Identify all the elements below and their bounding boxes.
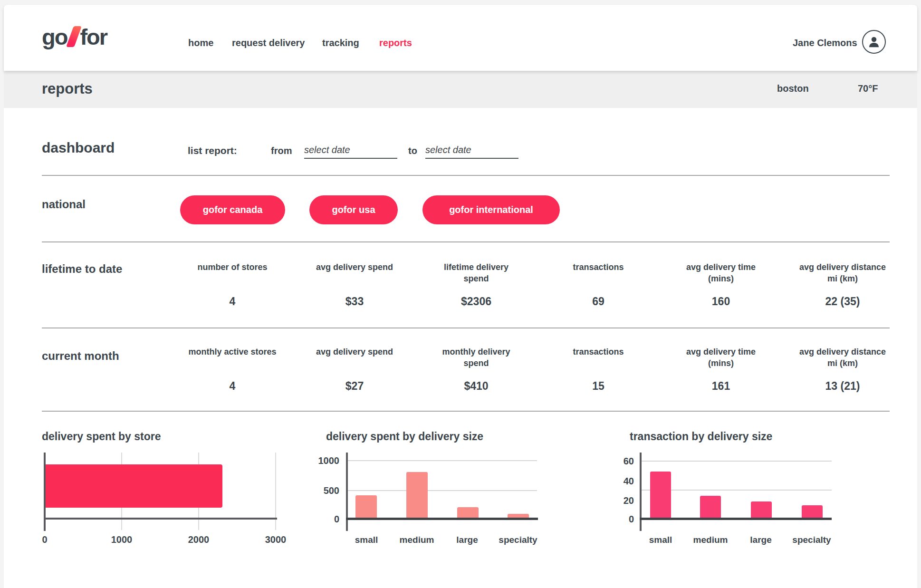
stat-value: 4 [171,380,294,393]
list-report-label: list report: [188,145,237,156]
stat-header: avg delivery spend [293,262,416,273]
y-tick: 0 [586,514,634,525]
user-avatar-button[interactable] [862,30,886,54]
chart-title-transaction-by-size: transaction by delivery size [630,430,772,443]
bar-area [348,461,537,519]
nav-item-home[interactable]: home [188,38,213,48]
stat-value: 13 (21) [781,380,904,393]
gofor-logo[interactable]: go for [42,24,107,50]
stat-header: transactions [537,347,660,358]
page-title: reports [42,80,93,97]
stat-value: 4 [171,295,294,308]
gofor-usa-button[interactable]: gofor usa [309,195,398,224]
national-section-label: national [42,198,86,211]
user-name: Jane Clemons [793,38,857,48]
bar-large [751,501,772,519]
y-tick: 60 [586,456,634,467]
stat-value: 160 [660,295,782,308]
to-date-input[interactable] [425,142,518,159]
stat-header: avg delivery time (mins) [660,347,782,369]
chart-title-delivery-spent-by-size: delivery spent by delivery size [326,430,483,443]
y-tick: 0 [292,514,339,525]
bar-area [642,461,832,519]
category-label: specialty [781,535,843,545]
logo-go-text: go [42,24,67,50]
nav-item-reports[interactable]: reports [379,38,412,48]
lifetime-section-label: lifetime to date [42,262,122,276]
stat-header: monthly delivery spend [415,347,537,369]
y-tick: 500 [292,485,339,496]
bar-track [46,464,276,508]
stat-header: avg delivery distance mi (km) [781,347,904,369]
x-axis-line [640,518,832,520]
page-header-band: reports boston 70°F [4,71,917,108]
x-tick: 0 [23,534,66,545]
stat-value: 22 (35) [781,295,904,308]
stat-value: 69 [537,295,660,308]
divider [42,175,890,176]
bar-large [457,507,479,519]
x-axis-line [44,518,277,520]
to-label: to [408,145,417,156]
person-icon [867,35,881,49]
gofor-international-button[interactable]: gofor international [422,195,560,224]
stat-value: $2306 [415,295,537,308]
nav-item-tracking[interactable]: tracking [322,38,359,48]
stat-value: $33 [293,295,416,308]
bar-small [650,472,671,519]
logo-for-text: for [80,24,107,50]
nav-item-request-delivery[interactable]: request delivery [232,38,305,48]
dashboard-heading: dashboard [42,140,115,156]
stat-value: 161 [660,380,782,393]
stat-header: avg delivery spend [293,347,416,358]
divider [42,328,890,328]
chart-title-delivery-spent-by-store: delivery spent by store [42,430,161,443]
bar-store [46,464,222,508]
city-label: boston [777,83,809,94]
stat-value: 15 [537,380,660,393]
stat-value: $410 [415,380,537,393]
reports-page: go for home request delivery tracking re… [0,0,921,588]
from-label: from [271,145,292,156]
divider [42,411,890,412]
divider [42,241,890,242]
gofor-canada-button[interactable]: gofor canada [180,195,285,224]
stat-header: number of stores [171,262,294,273]
category-label: specialty [487,535,549,545]
from-date-input[interactable] [304,142,397,159]
bar-small [355,495,377,519]
stat-header: monthly active stores [171,347,294,358]
stat-header: lifetime delivery spend [415,262,537,285]
stat-header: transactions [537,262,660,273]
bar-medium [700,496,721,519]
x-axis-line [346,518,538,520]
stat-header: avg delivery distance mi (km) [781,262,904,285]
stat-header: avg delivery time (mins) [660,262,782,285]
stat-value: $27 [293,380,416,393]
x-tick: 2000 [177,534,220,545]
y-tick: 40 [586,476,634,487]
top-nav-bar: go for home request delivery tracking re… [4,5,917,71]
bar-medium [406,472,428,519]
y-tick: 20 [586,495,634,506]
current-month-section-label: current month [42,349,119,363]
y-tick: 1000 [292,455,339,466]
x-tick: 3000 [254,534,297,545]
temperature-label: 70°F [858,83,878,94]
x-tick: 1000 [100,534,143,545]
bar-specialty [802,505,823,519]
